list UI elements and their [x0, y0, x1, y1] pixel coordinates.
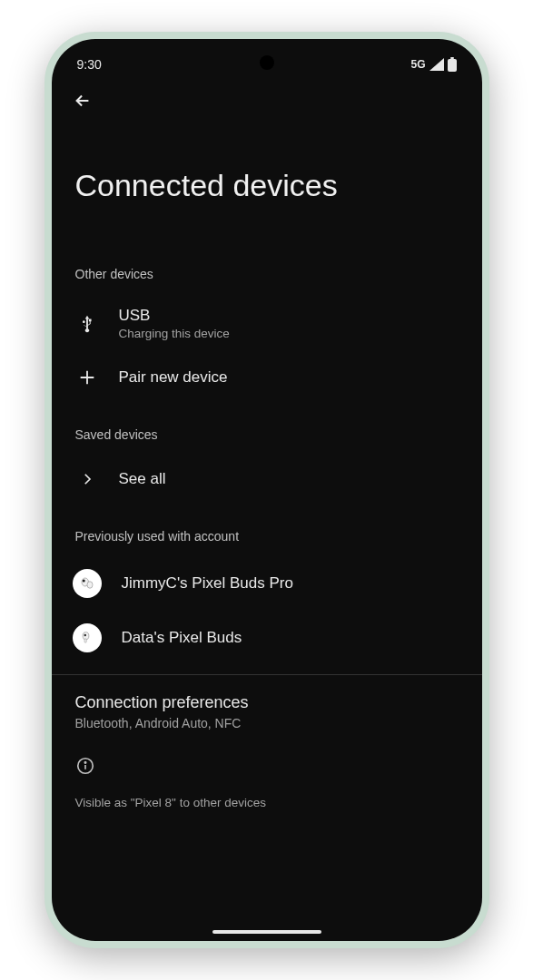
section-header-previous: Previously used with account: [52, 520, 482, 556]
camera-notch: [260, 55, 274, 70]
page-title: Connected devices: [52, 122, 482, 258]
earbuds-icon: [73, 623, 102, 652]
previous-device-1[interactable]: Data's Pixel Buds: [52, 611, 482, 665]
pair-title: Pair new device: [119, 368, 228, 387]
pref-sub: Bluetooth, Android Auto, NFC: [75, 716, 459, 730]
status-right: 5G: [410, 57, 456, 72]
usb-title: USB: [119, 307, 230, 325]
visibility-text: Visible as "Pixel 8" to other devices: [52, 785, 482, 809]
navigation-handle[interactable]: [212, 930, 321, 934]
pref-title: Connection preferences: [75, 693, 459, 712]
svg-point-7: [84, 634, 85, 636]
previous-device-1-title: Data's Pixel Buds: [122, 629, 242, 647]
previous-device-0-title: JimmyC's Pixel Buds Pro: [122, 574, 293, 593]
see-all-title: See all: [119, 470, 166, 488]
app-bar: [52, 79, 482, 122]
network-type: 5G: [410, 58, 425, 71]
pair-new-device-item[interactable]: Pair new device: [52, 353, 482, 402]
svg-point-4: [87, 582, 93, 589]
usb-icon: [75, 312, 99, 336]
connection-preferences-item[interactable]: Connection preferences Bluetooth, Androi…: [52, 675, 482, 736]
svg-rect-6: [84, 639, 86, 643]
svg-rect-1: [450, 57, 454, 59]
section-header-saved: Saved devices: [52, 418, 482, 455]
section-header-other: Other devices: [52, 258, 482, 294]
see-all-item[interactable]: See all: [52, 455, 482, 504]
info-icon: [75, 756, 95, 776]
previous-device-0[interactable]: JimmyC's Pixel Buds Pro: [52, 556, 482, 611]
phone-frame: 9:30 5G Connected devices Other devices …: [44, 32, 489, 948]
screen: 9:30 5G Connected devices Other devices …: [52, 39, 482, 941]
usb-sub: Charging this device: [119, 327, 230, 340]
usb-text: USB Charging this device: [119, 307, 230, 340]
battery-icon: [448, 57, 457, 72]
svg-rect-0: [448, 59, 457, 72]
earbuds-icon: [73, 569, 102, 598]
back-button[interactable]: [70, 88, 95, 113]
svg-point-10: [84, 762, 85, 763]
svg-point-3: [82, 580, 84, 583]
signal-icon: [429, 58, 444, 71]
arrow-back-icon: [73, 91, 93, 111]
usb-item[interactable]: USB Charging this device: [52, 294, 482, 353]
plus-icon: [75, 366, 99, 389]
chevron-right-icon: [75, 467, 99, 491]
status-time: 9:30: [77, 57, 102, 72]
info-icon-row: [52, 736, 482, 785]
